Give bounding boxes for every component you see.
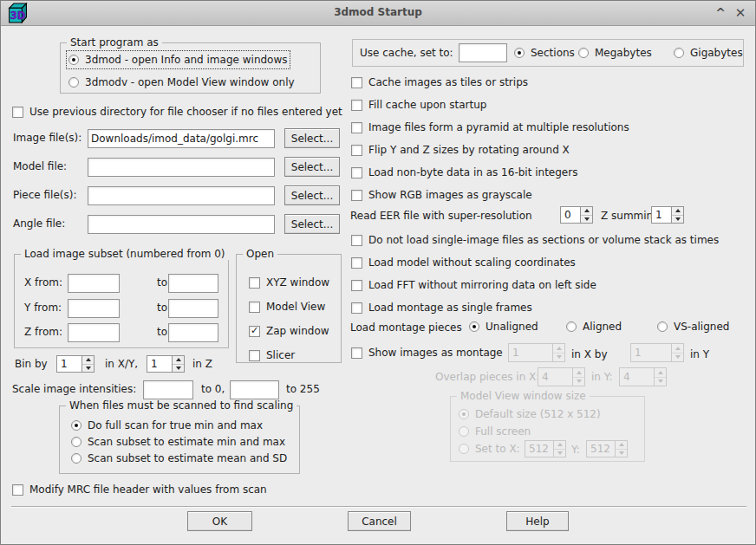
piece-files-label: Piece file(s): — [13, 189, 76, 201]
checkbox-modify-mrc-header[interactable]: Modify MRC file header with values from … — [12, 483, 267, 496]
scale-mid-label: to 0, — [201, 383, 225, 395]
radio-label: Megabytes — [595, 47, 652, 59]
spinner-arrows-icon — [671, 344, 683, 361]
help-button[interactable]: Help — [506, 511, 569, 531]
checkbox-label: Load model without scaling coordinates — [368, 256, 576, 269]
radio-gigabytes[interactable]: Gigabytes — [674, 46, 743, 60]
radio-indicator — [71, 453, 81, 464]
spinner-arrows-icon[interactable] — [580, 207, 592, 223]
model-file-input[interactable] — [88, 158, 275, 177]
eer-super-resolution-spinbox[interactable]: 0 — [560, 206, 593, 224]
checkbox-label: Image files form a pyramid at multiple r… — [368, 121, 629, 133]
load-montage-pieces-label: Load montage pieces — [350, 321, 462, 334]
spinner-arrows-icon — [572, 368, 584, 386]
radio-3dmodv[interactable]: 3dmodv - open Model View window only — [68, 75, 295, 89]
model-file-select-button[interactable]: Select... — [284, 157, 340, 177]
overlap-y-spinbox: 4 — [619, 367, 667, 386]
angle-file-input[interactable] — [88, 215, 275, 234]
ok-button[interactable]: OK — [187, 511, 252, 531]
use-cache-frame: Use cache, set to: Sections Megabytes Gi… — [352, 39, 744, 67]
checkbox-box — [351, 190, 362, 201]
scale-end-label: to 255 — [286, 383, 320, 395]
montage-y-spinbox: 1 — [630, 343, 684, 362]
piece-files-input[interactable] — [88, 186, 275, 205]
checkbox-montage-single-frames[interactable]: Load montage as single frames — [351, 301, 532, 315]
radio-unaligned[interactable]: Unaligned — [469, 320, 538, 334]
image-files-input[interactable] — [88, 129, 275, 148]
radio-indicator — [657, 321, 668, 332]
checkbox-box — [351, 235, 362, 246]
open-windows-group: Open XYZ window Model View Zap window Sl… — [236, 254, 342, 363]
close-window-icon[interactable]: ✕ — [732, 4, 749, 22]
checkbox-load-16bit[interactable]: Load non-byte data in as 16-bit integers — [351, 165, 577, 179]
checkbox-label: Flip Y and Z sizes by rotating around X — [368, 144, 570, 156]
spinner-arrows-icon[interactable] — [671, 207, 683, 223]
y-from-label: Y from: — [24, 302, 62, 314]
bin-xy-spinbox[interactable]: 1 — [56, 355, 94, 373]
checkbox-cache-tiles[interactable]: Cache images as tiles or strips — [351, 75, 528, 89]
checkbox-no-single-image-sections[interactable]: Do not load single-image files as sectio… — [351, 233, 719, 247]
montage-mid-label: in X by — [571, 348, 608, 360]
checkbox-box — [249, 302, 260, 313]
radio-megabytes[interactable]: Megabytes — [578, 46, 652, 60]
radio-aligned[interactable]: Aligned — [566, 320, 622, 334]
checkbox-rgb-grayscale[interactable]: Show RGB images as grayscale — [351, 188, 532, 202]
piece-files-select-button[interactable]: Select... — [284, 185, 340, 205]
radio-scan-subset-minmax[interactable]: Scan subset to estimate min and max — [71, 435, 285, 449]
scale-low-input[interactable] — [143, 380, 193, 399]
radio-full-scan[interactable]: Do full scan for true min and max — [71, 418, 263, 432]
checkbox-fft-no-mirror[interactable]: Load FFT without mirroring data on left … — [351, 278, 596, 292]
radio-set-to-size: Set to X: — [459, 442, 520, 456]
group-title: When files must be scanned to find scali… — [66, 399, 297, 412]
checkbox-pyramid[interactable]: Image files form a pyramid at multiple r… — [351, 120, 629, 134]
image-files-select-button[interactable]: Select... — [284, 128, 340, 148]
z-from-input[interactable] — [68, 323, 120, 342]
x-from-input[interactable] — [68, 274, 120, 293]
shade-window-icon[interactable]: ^ — [712, 4, 729, 22]
model-view-size-group: Model View window size Default size (512… — [450, 396, 645, 462]
checkbox-show-as-montage[interactable]: Show images as montage — [351, 346, 503, 360]
spinner-arrows-icon[interactable] — [172, 356, 184, 372]
radio-vs-aligned[interactable]: VS-aligned — [657, 320, 729, 334]
z-summing-spinbox[interactable]: 1 — [651, 206, 684, 224]
checkbox-label: Use previous directory for file chooser … — [29, 106, 342, 118]
cancel-button[interactable]: Cancel — [348, 511, 411, 531]
cache-size-input[interactable] — [459, 43, 507, 62]
checkbox-model-no-scaling[interactable]: Load model without scaling coordinates — [351, 256, 576, 269]
z-to-input[interactable] — [168, 323, 218, 342]
checkbox-use-previous-directory[interactable]: Use previous directory for file chooser … — [12, 105, 342, 119]
checkbox-box-checked — [249, 326, 260, 337]
checkbox-label: Model View — [266, 301, 325, 313]
spinner-arrows-icon[interactable] — [81, 356, 94, 372]
radio-indicator — [514, 48, 525, 58]
radio-3dmod[interactable]: 3dmod - open Info and image windows — [68, 53, 288, 67]
y-to-input[interactable] — [168, 299, 218, 318]
checkbox-box — [351, 302, 362, 314]
radio-label: Aligned — [583, 321, 622, 333]
checkbox-slicer[interactable]: Slicer — [249, 348, 295, 362]
radio-label: Unaligned — [486, 321, 538, 333]
checkbox-model-view[interactable]: Model View — [249, 300, 325, 314]
checkbox-label: Show RGB images as grayscale — [368, 189, 532, 201]
bin-xy-suffix-label: in X/Y, — [105, 358, 138, 370]
checkbox-xyz-window[interactable]: XYZ window — [249, 276, 329, 289]
checkbox-fill-cache[interactable]: Fill cache upon startup — [351, 98, 486, 112]
x-to-input[interactable] — [168, 274, 218, 293]
montage-x-spinbox: 1 — [508, 343, 565, 362]
checkbox-box — [249, 277, 260, 289]
checkbox-box — [351, 347, 362, 359]
radio-label: VS-aligned — [674, 321, 729, 333]
checkbox-flip-yz[interactable]: Flip Y and Z sizes by rotating around X — [351, 143, 570, 157]
radio-scan-subset-meansd[interactable]: Scan subset to estimate mean and SD — [71, 451, 287, 465]
radio-indicator — [459, 444, 469, 454]
spinner-arrows-icon — [654, 368, 666, 386]
angle-file-select-button[interactable]: Select... — [284, 214, 340, 234]
scale-high-input[interactable] — [230, 380, 279, 399]
radio-sections[interactable]: Sections — [514, 46, 575, 60]
checkbox-zap-window[interactable]: Zap window — [249, 324, 329, 338]
titlebar[interactable]: 3D 3dmod Startup ^ ✕ — [1, 1, 755, 26]
bin-z-spinbox[interactable]: 1 — [147, 355, 185, 373]
checkbox-label: Cache images as tiles or strips — [368, 76, 528, 88]
radio-label: Sections — [531, 47, 575, 59]
y-from-input[interactable] — [68, 299, 120, 318]
